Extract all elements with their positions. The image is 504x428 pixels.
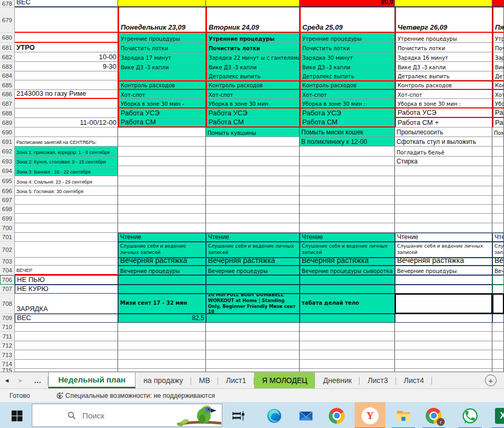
- cell-680-mon[interactable]: Утренние процедуры: [118, 33, 206, 43]
- cell-698-thu[interactable]: [395, 205, 492, 214]
- row-header-688[interactable]: 688: [0, 108, 15, 118]
- cell-688-fri[interactable]: Раб: [492, 108, 504, 118]
- cell-679-wed[interactable]: Среда 25,09: [300, 7, 395, 33]
- cell-712-a[interactable]: [15, 341, 118, 350]
- cell-710-wed[interactable]: [300, 323, 395, 332]
- row-header-699[interactable]: 699: [0, 214, 15, 223]
- cell-691-wed[interactable]: В поликлинику к 12-00: [300, 137, 395, 147]
- cell-678-mon[interactable]: [118, 0, 206, 7]
- cell-701-a[interactable]: [15, 233, 118, 242]
- cell-712-fri[interactable]: [492, 341, 504, 350]
- cell-704-wed[interactable]: Вечерние процедуры сыворотка: [300, 266, 395, 275]
- cell-703-mon[interactable]: Вечерняя растяжка: [118, 258, 206, 266]
- row-header-706[interactable]: 706: [0, 275, 15, 285]
- cell-687-mon[interactable]: Уборка в зоне 30 мин -: [118, 99, 206, 108]
- cell-686-wed[interactable]: Хот-спот: [300, 90, 395, 99]
- cell-697-wed[interactable]: [300, 196, 395, 205]
- tab-na-prodazhu[interactable]: на продажу: [136, 372, 191, 388]
- cell-691-fri[interactable]: [492, 137, 504, 147]
- cell-690-mon[interactable]: [118, 128, 206, 137]
- taskbar-app-mail[interactable]: [294, 402, 318, 428]
- cell-700-thu[interactable]: [395, 223, 492, 233]
- cell-707-tue[interactable]: [206, 285, 300, 294]
- cell-707-thu[interactable]: [395, 285, 492, 294]
- cell-683-thu[interactable]: Вике ДЗ -3 капли: [395, 62, 492, 71]
- tab-mv[interactable]: МВ: [191, 372, 218, 388]
- cell-694-mon[interactable]: [118, 166, 206, 176]
- row-header-683[interactable]: 683: [0, 62, 15, 71]
- cell-683-mon[interactable]: Вике ДЗ -3 капли: [118, 62, 206, 71]
- taskbar-app-yandex[interactable]: Y: [355, 402, 385, 428]
- cell-712-thu[interactable]: [395, 341, 492, 350]
- cell-696-fri[interactable]: [492, 186, 504, 196]
- tabs-scroll-right-icon[interactable]: ►: [14, 372, 28, 388]
- tab-list1[interactable]: Лист1: [218, 372, 254, 388]
- taskbar-app-edge[interactable]: [263, 402, 286, 428]
- cell-680-wed[interactable]: Утренние процедуры: [300, 33, 395, 43]
- cell-682-mon[interactable]: Зарядка 17 минут: [118, 52, 206, 62]
- row-header-713[interactable]: 713: [0, 350, 15, 360]
- cell-683-a[interactable]: 9-30: [15, 62, 118, 71]
- cell-682-thu[interactable]: Зарядка 16 минут: [395, 52, 492, 62]
- cell-713-a[interactable]: [15, 350, 118, 360]
- cell-708-tue[interactable]: 20 Min FULL BODY DUMBBELL WORKOUT at Hom…: [206, 294, 300, 314]
- cell-714-fri[interactable]: [492, 360, 504, 369]
- cell-704-thu[interactable]: Вечерние процедуры: [395, 266, 492, 275]
- cell-706-tue[interactable]: [206, 275, 300, 285]
- cell-682-wed[interactable]: Зарядка 30 минут: [300, 52, 395, 62]
- cell-688-wed[interactable]: Работа УСЭ: [300, 108, 395, 118]
- cell-712-tue[interactable]: [206, 341, 300, 350]
- cell-697-a[interactable]: [15, 196, 118, 205]
- row-header-710[interactable]: 710: [0, 323, 15, 332]
- cell-703-tue[interactable]: Вечерняя растяжка: [206, 258, 300, 266]
- cell-685-mon[interactable]: Контроль расходов: [118, 80, 206, 90]
- cell-688-tue[interactable]: Работа УСЭ: [206, 108, 300, 118]
- cell-690-thu[interactable]: Пропылесосить: [395, 128, 492, 137]
- row-header-695[interactable]: 695: [0, 176, 15, 186]
- cell-695-mon[interactable]: [118, 176, 206, 186]
- row-header-701[interactable]: 701: [0, 233, 15, 242]
- cell-695-fri[interactable]: [492, 176, 504, 186]
- cell-687-tue[interactable]: Уборка в зоне 30 мин: [206, 99, 300, 108]
- cell-711-a[interactable]: [15, 332, 118, 341]
- cell-707-a[interactable]: НЕ КУРЮ: [15, 285, 118, 294]
- cell-695-thu[interactable]: [395, 176, 492, 186]
- cell-678-a[interactable]: ВЕС: [15, 0, 118, 7]
- cell-692-wed[interactable]: [300, 147, 395, 157]
- row-header-689[interactable]: 689: [0, 118, 15, 128]
- cell-698-mon[interactable]: [118, 205, 206, 214]
- cell-701-mon[interactable]: Чтение: [118, 233, 206, 242]
- cell-709-a[interactable]: ВЕС: [15, 314, 118, 323]
- cell-681-thu[interactable]: Почистить лотки: [395, 43, 492, 52]
- cell-692-a[interactable]: Зона 1: прихожая, коридор: 1 - 8 сентябр…: [15, 147, 118, 157]
- cell-694-thu[interactable]: [395, 166, 492, 176]
- cell-702-tue[interactable]: Слушание себя и ведение личных записей: [206, 242, 300, 258]
- row-header-678[interactable]: 678: [0, 0, 15, 7]
- cell-711-thu[interactable]: [395, 332, 492, 341]
- cell-708-wed[interactable]: табата делай тело: [300, 294, 395, 314]
- cell-686-mon[interactable]: Хот-спот: [118, 90, 206, 99]
- cell-704-tue[interactable]: Вечерние процедуры: [206, 266, 300, 275]
- tabs-scroll-left-icon[interactable]: ◄: [0, 372, 14, 388]
- cell-699-a[interactable]: [15, 214, 118, 223]
- tab-ya-molodec[interactable]: Я МОЛОДЕЦ: [254, 372, 315, 388]
- cell-703-fri[interactable]: Веч: [492, 258, 504, 266]
- taskbar-app-excel[interactable]: X: [491, 402, 504, 428]
- cell-687-thu[interactable]: Уборка в зоне 30 мин :: [395, 99, 492, 108]
- taskbar-app-whatsapp[interactable]: [458, 402, 482, 428]
- cell-708-a[interactable]: ЗАРЯДКА: [15, 294, 118, 314]
- cell-706-wed[interactable]: [300, 275, 395, 285]
- cell-710-a[interactable]: [15, 323, 118, 332]
- cell-682-tue[interactable]: Зарядка 22 минут ы с гантелями: [206, 52, 300, 62]
- cell-690-a[interactable]: [15, 128, 118, 137]
- row-header-702[interactable]: 702: [0, 242, 15, 258]
- cell-709-wed[interactable]: [300, 314, 395, 323]
- cell-713-thu[interactable]: [395, 350, 492, 360]
- tab-nedelny-plan[interactable]: Недельный план: [48, 372, 136, 388]
- cell-699-tue[interactable]: [206, 214, 300, 223]
- cell-699-mon[interactable]: [118, 214, 206, 223]
- cell-683-wed[interactable]: Вике ДЗ -3 капли: [300, 62, 395, 71]
- cell-691-a[interactable]: Расписание занятий на СЕНТЯБРЬ:: [15, 137, 118, 147]
- cell-702-a[interactable]: [15, 242, 118, 258]
- cell-714-tue[interactable]: [206, 360, 300, 369]
